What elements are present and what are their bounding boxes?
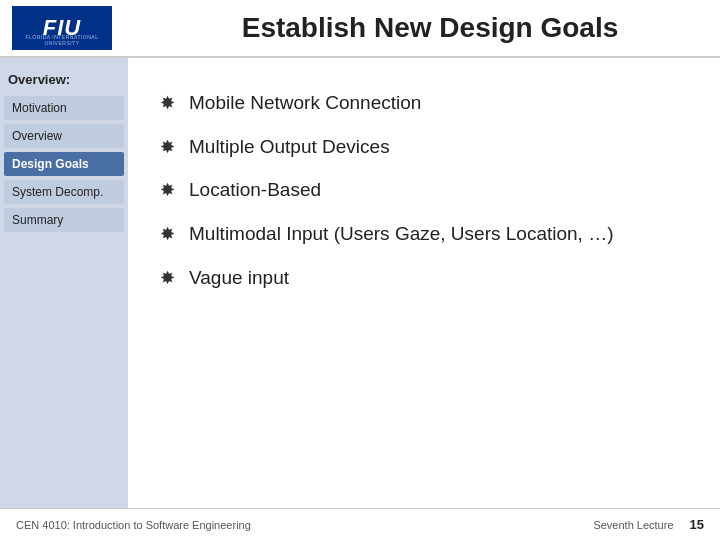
list-item: ✸ Mobile Network Connection — [160, 90, 688, 116]
logo-subtitle: Florida International University — [16, 35, 108, 46]
sidebar-overview-label: Overview: — [0, 68, 128, 93]
list-item: ✸ Multiple Output Devices — [160, 134, 688, 160]
bullet-icon: ✸ — [160, 91, 175, 115]
sidebar-item-summary[interactable]: Summary — [4, 208, 124, 232]
slide-footer: CEN 4010: Introduction to Software Engin… — [0, 508, 720, 540]
slide-title: Establish New Design Goals — [152, 12, 708, 44]
logo-box: FIU Florida International University — [12, 6, 112, 50]
footer-right: Seventh Lecture 15 — [593, 517, 704, 532]
sidebar: Overview: Motivation Overview Design Goa… — [0, 58, 128, 508]
sidebar-item-system-decomp[interactable]: System Decomp. — [4, 180, 124, 204]
bullet-icon: ✸ — [160, 178, 175, 202]
page-number: 15 — [690, 517, 704, 532]
bullet-icon: ✸ — [160, 222, 175, 246]
logo-area: FIU Florida International University — [12, 6, 152, 50]
footer-course: CEN 4010: Introduction to Software Engin… — [16, 519, 251, 531]
main-content: ✸ Mobile Network Connection ✸ Multiple O… — [128, 58, 720, 508]
slide-header: FIU Florida International University Est… — [0, 0, 720, 58]
bullet-text: Multimodal Input (Users Gaze, Users Loca… — [189, 221, 614, 247]
list-item: ✸ Location-Based — [160, 177, 688, 203]
slide: FIU Florida International University Est… — [0, 0, 720, 540]
list-item: ✸ Multimodal Input (Users Gaze, Users Lo… — [160, 221, 688, 247]
bullet-text: Location-Based — [189, 177, 321, 203]
sidebar-item-motivation[interactable]: Motivation — [4, 96, 124, 120]
sidebar-item-overview[interactable]: Overview — [4, 124, 124, 148]
sidebar-item-design-goals[interactable]: Design Goals — [4, 152, 124, 176]
slide-body: Overview: Motivation Overview Design Goa… — [0, 58, 720, 508]
bullet-icon: ✸ — [160, 266, 175, 290]
footer-lecture: Seventh Lecture — [593, 519, 673, 531]
list-item: ✸ Vague input — [160, 265, 688, 291]
bullet-text: Mobile Network Connection — [189, 90, 421, 116]
bullet-list: ✸ Mobile Network Connection ✸ Multiple O… — [160, 90, 688, 492]
bullet-icon: ✸ — [160, 135, 175, 159]
bullet-text: Vague input — [189, 265, 289, 291]
bullet-text: Multiple Output Devices — [189, 134, 390, 160]
